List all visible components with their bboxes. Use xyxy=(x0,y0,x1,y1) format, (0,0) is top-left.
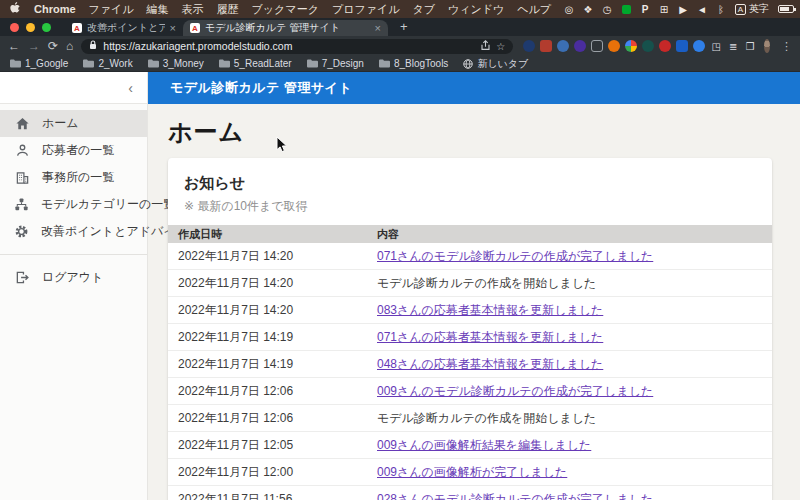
sidebar-item-logout[interactable]: ログアウト xyxy=(0,264,147,291)
playlist-icon[interactable]: ≣ xyxy=(727,40,739,52)
category-icon xyxy=(14,197,29,213)
row-content-link[interactable]: 009さんの画像解析結果を編集しました xyxy=(377,438,591,452)
orange-ext-icon[interactable] xyxy=(608,40,620,52)
bookmark-star-icon[interactable]: ☆ xyxy=(496,41,505,52)
row-content-link[interactable]: 009さんの画像解析が完了しました xyxy=(377,465,567,479)
row-content-link[interactable]: 028さんのモデル診断カルテの作成が完了しました xyxy=(377,492,653,500)
browser-menu-icon[interactable]: ⋮ xyxy=(781,40,792,53)
bookmark-item[interactable]: 新しいタブ xyxy=(463,57,528,71)
close-icon[interactable]: × xyxy=(375,22,381,34)
menubar-menu-item[interactable]: ウィンドウ xyxy=(448,2,504,17)
minimize-window-button[interactable] xyxy=(26,23,35,32)
s-ext-icon[interactable] xyxy=(557,40,569,52)
apple-logo-icon[interactable] xyxy=(10,2,21,17)
row-content-link[interactable]: 083さんの応募者基本情報を更新しました xyxy=(377,303,603,317)
row-content-text: モデル診断カルテの作成を開始しました xyxy=(377,411,596,425)
play-icon[interactable]: ▶ xyxy=(678,3,688,15)
tab-karte-admin[interactable]: Aモデル診断カルテ 管理サイト× xyxy=(183,20,388,36)
row-date: 2022年11月7日 12:06 xyxy=(168,383,367,400)
menubar-menu-item[interactable]: タブ xyxy=(412,2,435,17)
menubar-menu-item[interactable]: ブックマーク xyxy=(252,2,319,17)
bookmark-item[interactable]: 1_Google xyxy=(10,58,68,69)
close-icon[interactable]: × xyxy=(170,22,176,34)
frame-icon[interactable] xyxy=(591,40,603,52)
close-window-button[interactable] xyxy=(10,23,19,32)
menubar-menu-item[interactable]: ヘルプ xyxy=(517,2,551,17)
abp-icon[interactable] xyxy=(659,40,671,52)
gear-icon xyxy=(14,224,29,240)
app-header: モデル診断カルテ 管理サイト xyxy=(148,72,800,104)
battery-icon[interactable] xyxy=(778,3,794,15)
row-date: 2022年11月7日 14:19 xyxy=(168,356,367,373)
record-icon[interactable]: ◎ xyxy=(564,3,574,15)
bookmark-item[interactable]: 3_Money xyxy=(148,58,204,69)
box-icon[interactable]: ❒ xyxy=(744,40,756,52)
back-icon[interactable]: ← xyxy=(8,40,20,52)
blue-square-icon[interactable] xyxy=(676,40,688,52)
row-content-link[interactable]: 071さんの応募者基本情報を更新しました xyxy=(377,330,603,344)
profile-avatar[interactable] xyxy=(764,39,770,53)
menubar-menu-item[interactable]: 編集 xyxy=(147,2,169,17)
dropbox-icon[interactable]: ❖ xyxy=(583,3,593,15)
clock-icon[interactable]: ◷ xyxy=(602,3,612,15)
sidebar: ‹ ホーム応募者の一覧事務所の一覧モデルカテゴリーの一覧改善ポイントとアドバイス… xyxy=(0,72,148,500)
globe-icon xyxy=(463,59,473,69)
share-icon[interactable] xyxy=(481,40,490,53)
row-content-link[interactable]: 071さんのモデル診断カルテの作成が完了しました xyxy=(377,249,653,263)
notice-note: ※ 最新の10件まで取得 xyxy=(184,198,756,215)
table-row: 2022年11月7日 12:06009さんのモデル診断カルテの作成が完了しました xyxy=(168,378,772,405)
menubar-menu-item[interactable]: プロファイル xyxy=(332,2,400,17)
menubar-status-icons: ◎❖◷P⊞▶◄ᛒ xyxy=(564,3,726,15)
red-ext-icon[interactable] xyxy=(540,40,552,52)
sidebar-divider xyxy=(0,254,147,255)
window-controls xyxy=(10,18,51,36)
onepassword-icon[interactable] xyxy=(523,40,535,52)
sidebar-item-applicants[interactable]: 応募者の一覧 xyxy=(0,137,147,164)
evernote-icon[interactable] xyxy=(621,3,631,15)
sidebar-item-model-categories[interactable]: モデルカテゴリーの一覧 xyxy=(0,191,147,218)
input-source-icon[interactable]: A英字 xyxy=(735,3,769,15)
bookmark-item[interactable]: 7_Design xyxy=(307,58,364,69)
bookmark-item[interactable]: 2_Work xyxy=(83,58,132,69)
row-content-link[interactable]: 048さんの応募者基本情報を更新しました xyxy=(377,357,603,371)
chevron-left-icon[interactable]: ‹ xyxy=(128,80,133,96)
menubar-menu-item[interactable]: ファイル xyxy=(89,2,134,17)
sidebar-item-offices[interactable]: 事務所の一覧 xyxy=(0,164,147,191)
purple-ext-icon[interactable] xyxy=(574,40,586,52)
browser-toolbar: ← → ⟳ ⌂ https://azukariagent.promodelstu… xyxy=(0,36,800,56)
menubar-app-name[interactable]: Chrome xyxy=(34,3,76,15)
forward-icon[interactable]: → xyxy=(28,40,40,52)
new-tab-button[interactable]: + xyxy=(400,19,408,34)
site-favicon: A xyxy=(190,23,200,33)
teal-ext-icon[interactable] xyxy=(642,40,654,52)
puzzle-icon[interactable]: ◳ xyxy=(710,40,722,52)
bluetooth-icon[interactable]: ᛒ xyxy=(716,3,726,15)
zoom-window-button[interactable] xyxy=(42,23,51,32)
screen: Chrome ファイル編集表示履歴ブックマークプロファイルタブウィンドウヘルプ … xyxy=(0,0,800,500)
bookmark-item[interactable]: 5_ReadLater xyxy=(219,58,292,69)
table-row: 2022年11月7日 12:06モデル診断カルテの作成を開始しました xyxy=(168,405,772,432)
sidebar-nav: ホーム応募者の一覧事務所の一覧モデルカテゴリーの一覧改善ポイントとアドバイスログ… xyxy=(0,104,147,291)
tab-advice[interactable]: A改善ポイントとアドバイス | AZU× xyxy=(65,20,183,36)
address-bar[interactable]: https://azukariagent.promodelstudio.com … xyxy=(81,39,513,54)
google-icon[interactable] xyxy=(625,40,637,52)
home-icon-toolbar[interactable]: ⌂ xyxy=(66,40,73,52)
row-content-link[interactable]: 009さんのモデル診断カルテの作成が完了しました xyxy=(377,384,653,398)
sidebar-item-home[interactable]: ホーム xyxy=(0,110,147,137)
sidebar-item-advice[interactable]: 改善ポイントとアドバイス xyxy=(0,218,147,245)
app-header-title: モデル診断カルテ 管理サイト xyxy=(170,79,352,97)
table-row: 2022年11月7日 14:20083さんの応募者基本情報を更新しました xyxy=(168,297,772,324)
bookmark-item[interactable]: 8_BlogTools xyxy=(379,58,448,69)
url-text[interactable]: https://azukariagent.promodelstudio.com xyxy=(103,40,475,52)
menubar-menu-item[interactable]: 表示 xyxy=(182,2,204,17)
page-content: ホーム お知らせ ※ 最新の10件まで取得 作成日時 内容 2022年11月7日… xyxy=(148,104,800,500)
parallels-icon[interactable]: P xyxy=(640,3,650,15)
reload-icon[interactable]: ⟳ xyxy=(48,40,58,52)
menubar-menu-item[interactable]: 履歴 xyxy=(217,2,239,17)
volume-icon[interactable]: ◄ xyxy=(697,3,707,15)
home-icon xyxy=(14,116,30,132)
table-header-content: 内容 xyxy=(367,227,772,242)
blue-circle-icon[interactable] xyxy=(693,40,705,52)
grid-icon[interactable]: ⊞ xyxy=(659,3,669,15)
tabs: A改善ポイントとアドバイス | AZU×Aモデル診断カルテ 管理サイト× xyxy=(65,20,388,36)
